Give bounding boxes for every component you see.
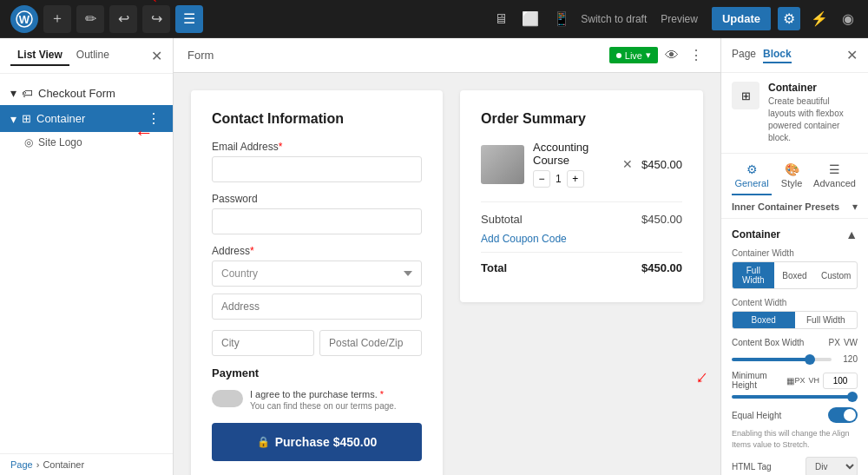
tab-block[interactable]: Block — [763, 48, 792, 63]
html-tag-label: HTML Tag — [732, 462, 772, 472]
email-input[interactable] — [212, 156, 422, 182]
country-select[interactable]: Country United States Canada United King… — [212, 261, 422, 287]
coupon-link[interactable]: Add Coupon Code — [481, 233, 567, 245]
address-label: Address* — [212, 245, 422, 257]
content-title: Form — [187, 49, 214, 62]
tab-style[interactable]: 🎨 Style — [772, 157, 812, 195]
breadcrumb: Page › Container — [0, 453, 173, 475]
eye-icon-button[interactable]: 👁 — [661, 44, 682, 67]
container-more-button[interactable]: ⋮ — [145, 110, 162, 127]
terms-main-text: I agree to the purchase terms. * — [250, 388, 397, 401]
breadcrumb-page[interactable]: Page — [10, 459, 33, 470]
product-remove-button[interactable]: ✕ — [622, 157, 633, 171]
custom-tab[interactable]: Custom — [815, 262, 857, 288]
city-input[interactable] — [212, 330, 314, 356]
blocks-button[interactable]: ☰ ← — [175, 5, 203, 33]
boxed-content-tab[interactable]: Boxed — [733, 312, 795, 328]
edit-button[interactable]: ✏ — [76, 5, 104, 33]
panel-close-button[interactable]: ✕ — [846, 47, 858, 63]
container-block-icon: ⊞ — [22, 112, 31, 125]
password-input[interactable] — [212, 208, 422, 234]
undo-button[interactable]: ↩ — [109, 5, 137, 33]
min-height-vh: VH — [808, 376, 819, 385]
main-layout: List View Outline ✕ ▾ 🏷 Checkout Form ▾ … — [0, 38, 868, 475]
inner-presets-header: Inner Container Presets ▾ — [732, 201, 858, 213]
qty-plus-button[interactable]: + — [567, 170, 584, 188]
terms-toggle[interactable] — [212, 390, 243, 407]
content-canvas: Contact Information Email Address* Passw… — [174, 73, 720, 475]
min-height-px: PX — [794, 376, 805, 385]
container-section-title: Container — [732, 228, 780, 241]
city-zip-row — [212, 330, 422, 356]
postal-input[interactable] — [319, 330, 422, 356]
min-height-slider[interactable] — [732, 395, 858, 399]
email-label: Email Address* — [212, 141, 422, 153]
gsa-tabs: ⚙ General 🎨 Style ☰ Advanced — [721, 154, 868, 195]
breadcrumb-separator: › — [36, 459, 40, 470]
total-label: Total — [481, 261, 507, 274]
subtotal-value: $450.00 — [641, 213, 682, 226]
qty-minus-button[interactable]: − — [533, 170, 550, 188]
user-icon-button[interactable]: ◉ — [838, 7, 858, 30]
tab-list-view[interactable]: List View — [10, 45, 69, 66]
panel-block-icon: ⊞ — [732, 82, 760, 109]
equal-height-label: Equal Height — [732, 411, 828, 420]
equal-height-toggle[interactable] — [828, 407, 858, 423]
live-label: Live — [625, 50, 642, 61]
full-width-content-tab[interactable]: Full Width — [795, 312, 858, 328]
content-box-slider[interactable] — [732, 358, 832, 361]
product-name: Accounting Course — [533, 141, 614, 167]
total-row: Total $450.00 — [481, 252, 682, 274]
update-button[interactable]: Update — [712, 7, 771, 30]
sidebar-item-site-logo[interactable]: ◎ Site Logo — [0, 132, 173, 153]
sidebar-close-button[interactable]: ✕ — [151, 48, 162, 64]
panel-block-text: Container Create beautiful layouts with … — [768, 82, 858, 144]
tab-page[interactable]: Page — [732, 48, 756, 63]
tab-general[interactable]: ⚙ General — [732, 157, 772, 195]
full-width-tab[interactable]: Full Width — [733, 262, 774, 288]
sidebar-header: List View Outline ✕ — [0, 38, 173, 74]
lightning-icon-button[interactable]: ⚡ — [807, 7, 832, 30]
boxed-tab[interactable]: Boxed — [774, 262, 816, 288]
terms-required: * — [380, 389, 384, 399]
general-label: General — [734, 178, 768, 188]
live-chevron[interactable]: ▾ — [646, 49, 651, 61]
tab-outline[interactable]: Outline — [69, 45, 116, 66]
inner-presets-section: Inner Container Presets ▾ — [721, 195, 868, 219]
desktop-view-button[interactable]: 🖥 — [490, 8, 511, 30]
add-block-button[interactable]: ＋ — [43, 5, 71, 33]
payment-section: Payment I agree to the purchase terms. *… — [212, 366, 422, 411]
switch-to-draft-button[interactable]: Switch to draft — [581, 13, 647, 25]
sidebar-item-container[interactable]: ▾ ⊞ Container ⋮ ← — [0, 105, 173, 132]
container-section-toggle[interactable]: ▲ — [845, 228, 858, 241]
live-badge: Live ▾ 👁 ⋮ — [609, 43, 707, 67]
toggle-knob — [844, 409, 856, 421]
menu-icon-button[interactable]: ⋮ — [686, 43, 707, 67]
payment-title: Payment — [212, 366, 422, 379]
content-area: Form Live ▾ 👁 ⋮ Contact Information Emai… — [174, 38, 720, 475]
product-price: $450.00 — [641, 158, 682, 171]
total-value: $450.00 — [641, 261, 682, 274]
min-height-input[interactable]: 100 — [823, 373, 858, 389]
terms-toggle-row: I agree to the purchase terms. * You can… — [212, 388, 422, 411]
sidebar-item-checkout-form[interactable]: ▾ 🏷 Checkout Form — [0, 81, 173, 105]
tab-advanced[interactable]: ☰ Advanced — [812, 157, 858, 195]
subtotal-row: Subtotal $450.00 — [481, 213, 682, 226]
min-height-label: Minimum Height ▦ — [732, 371, 794, 390]
address-input[interactable] — [212, 294, 422, 320]
redo-button[interactable]: ↪ — [142, 5, 170, 33]
mobile-view-button[interactable]: 📱 — [549, 7, 574, 30]
tablet-view-button[interactable]: ⬜ — [518, 7, 542, 30]
summary-rows: Subtotal $450.00 Add Coupon Code Total $… — [481, 201, 682, 274]
qty-control: − 1 + — [533, 170, 614, 188]
purchase-button[interactable]: 🔒 Purchase $450.00 — [212, 423, 422, 461]
preview-button[interactable]: Preview — [654, 10, 705, 29]
container-label: Container — [36, 112, 140, 125]
html-tag-select[interactable]: Div — [806, 457, 858, 475]
equal-height-desc: Enabling this will change the Align Item… — [732, 428, 858, 450]
settings-icon-button[interactable]: ⚙ — [778, 7, 800, 30]
inner-presets-toggle[interactable]: ▾ — [852, 201, 858, 213]
expand-icon: ▾ — [10, 86, 16, 100]
wp-logo[interactable]: W — [10, 5, 38, 33]
advanced-icon: ☰ — [829, 162, 840, 176]
